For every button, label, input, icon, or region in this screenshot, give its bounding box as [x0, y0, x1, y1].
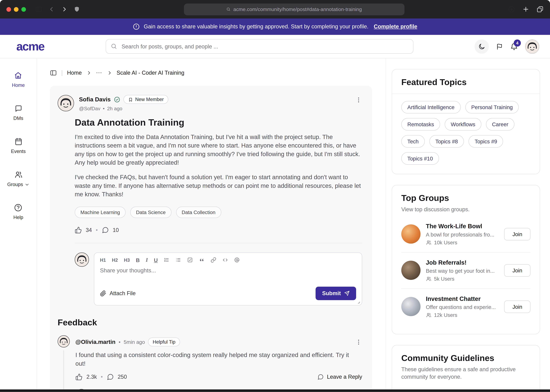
code-icon[interactable] — [223, 257, 228, 263]
comment-author-handle[interactable]: @Olivia.martin — [75, 339, 115, 345]
browser-sidebar-toggle-icon[interactable] — [35, 6, 42, 13]
privacy-shield-icon[interactable] — [74, 6, 80, 13]
browser-titlebar: acme.com/community/home/post#data-annota… — [0, 0, 550, 19]
bold-button[interactable]: B — [136, 257, 140, 263]
top-groups-title: Top Groups — [401, 193, 530, 203]
close-window-button[interactable] — [7, 7, 11, 12]
underline-button[interactable]: U — [154, 257, 158, 263]
group-avatar[interactable] — [401, 261, 421, 280]
comment-icon[interactable] — [102, 226, 109, 234]
home-icon — [14, 71, 22, 80]
post-menu-button[interactable] — [355, 95, 362, 105]
comment-icon[interactable] — [107, 374, 114, 381]
topic-pill[interactable]: Topics #9 — [469, 135, 503, 147]
top-groups-card: Top Groups View top discussion groups. T… — [392, 185, 540, 334]
content-sidebar-toggle-icon[interactable] — [50, 69, 57, 76]
comment-reply-count: 250 — [118, 374, 127, 380]
checklist-icon[interactable] — [187, 257, 193, 263]
new-tab-icon[interactable] — [522, 6, 529, 13]
theme-toggle-button[interactable] — [475, 39, 489, 54]
post-author-name[interactable]: Sofia Davis — [79, 96, 111, 103]
app-header: acme 4 — [0, 35, 550, 58]
send-icon — [344, 290, 350, 296]
acme-logo[interactable]: acme — [16, 40, 44, 53]
italic-button[interactable]: I — [146, 257, 148, 263]
downloads-icon[interactable] — [508, 6, 515, 13]
report-flag-button[interactable] — [496, 43, 503, 50]
group-description: Offer questions and experie... — [426, 304, 499, 310]
topic-pill[interactable]: Topics #10 — [401, 152, 439, 165]
sidebar-item-groups[interactable]: Groups — [7, 170, 29, 187]
search-input[interactable] — [106, 39, 413, 54]
separator-dot: • — [96, 227, 98, 233]
paperclip-icon — [100, 290, 106, 297]
featured-topics-title: Featured Topics — [401, 77, 530, 87]
breadcrumb-current: Scale AI - Coder AI Training — [117, 70, 184, 76]
join-group-button[interactable]: Join — [504, 264, 530, 277]
notification-badge: 4 — [514, 39, 521, 46]
sidebar-item-help[interactable]: Help — [14, 203, 23, 220]
topic-pill[interactable]: Topics #8 — [429, 135, 464, 147]
group-name[interactable]: Investment Chatter — [426, 295, 499, 302]
breadcrumb-ellipsis-button[interactable]: ⋯ — [96, 69, 102, 77]
heading2-button[interactable]: H2 — [112, 257, 118, 263]
topic-pill[interactable]: Artificial Intelligence — [401, 101, 460, 113]
guidelines-title: Community Guidelines — [401, 353, 530, 363]
leave-reply-button[interactable]: Leave a Reply — [317, 374, 362, 380]
tag-pill[interactable]: Data Collection — [176, 207, 221, 218]
minimize-window-button[interactable] — [14, 7, 18, 12]
comment-input[interactable] — [100, 267, 356, 286]
sidebar-item-dms[interactable]: DMs — [14, 104, 23, 121]
post-author-handle[interactable]: @SofDav — [79, 105, 100, 111]
group-name[interactable]: The Work-Life Bowl — [426, 223, 499, 230]
complete-profile-link[interactable]: Complete profile — [374, 23, 417, 30]
post-paragraph: I'm excited to dive into the Data Annota… — [75, 133, 362, 167]
heading1-button[interactable]: H1 — [100, 257, 106, 263]
users-icon — [426, 312, 432, 318]
join-group-button[interactable]: Join — [504, 300, 530, 313]
breadcrumb-home-link[interactable]: Home — [67, 70, 82, 76]
topic-pill[interactable]: Personal Training — [465, 101, 519, 113]
verified-badge-icon — [114, 96, 120, 103]
post-author-avatar[interactable] — [58, 95, 74, 111]
topic-pill[interactable]: Remotasks — [401, 118, 440, 131]
sidebar-item-events[interactable]: Events — [11, 137, 26, 154]
browser-back-icon[interactable] — [48, 6, 55, 13]
post-title: Data Annotation Training — [75, 117, 362, 128]
comment-menu-button[interactable] — [355, 337, 362, 347]
url-text: acme.com/community/home/post#data-annota… — [233, 7, 362, 12]
group-avatar[interactable] — [401, 224, 421, 244]
topic-pill[interactable]: Tech — [401, 135, 425, 147]
ordered-list-icon[interactable] — [164, 257, 169, 263]
sidebar-item-label: Help — [14, 215, 23, 220]
comment-avatar[interactable] — [58, 335, 70, 347]
top-groups-subtitle: View top discussion groups. — [401, 206, 530, 213]
submit-comment-button[interactable]: Submit — [316, 287, 356, 300]
separator-dot: • — [103, 105, 105, 111]
like-icon[interactable] — [75, 226, 82, 234]
post-stats: 34 • 10 — [75, 226, 362, 234]
post-comment-count: 10 — [113, 227, 119, 233]
resize-grip-icon[interactable] — [356, 300, 360, 304]
tab-overview-icon[interactable] — [536, 6, 543, 13]
address-bar[interactable]: acme.com/community/home/post#data-annota… — [184, 3, 404, 15]
user-avatar[interactable] — [525, 39, 539, 54]
mention-icon[interactable] — [234, 257, 240, 263]
topic-pill[interactable]: Workflows — [445, 118, 481, 131]
attach-file-button[interactable]: Attach File — [100, 290, 135, 297]
heading3-button[interactable]: H3 — [124, 257, 130, 263]
link-icon[interactable] — [211, 257, 216, 263]
bullet-list-icon[interactable] — [176, 257, 181, 263]
group-avatar[interactable] — [401, 297, 421, 316]
quote-icon[interactable] — [199, 257, 205, 263]
topic-pill[interactable]: Career — [486, 118, 514, 131]
tag-pill[interactable]: Data Science — [130, 207, 171, 218]
tag-pill[interactable]: Machine Learning — [75, 207, 126, 218]
sidebar-item-home[interactable]: Home — [12, 71, 25, 88]
join-group-button[interactable]: Join — [504, 228, 530, 240]
breadcrumb: | Home ⋯ Scale AI - Coder AI Training — [50, 69, 372, 77]
group-name[interactable]: Job Referrals! — [426, 259, 499, 266]
like-icon[interactable] — [75, 374, 83, 381]
zoom-window-button[interactable] — [21, 7, 26, 12]
browser-forward-icon[interactable] — [61, 6, 68, 13]
